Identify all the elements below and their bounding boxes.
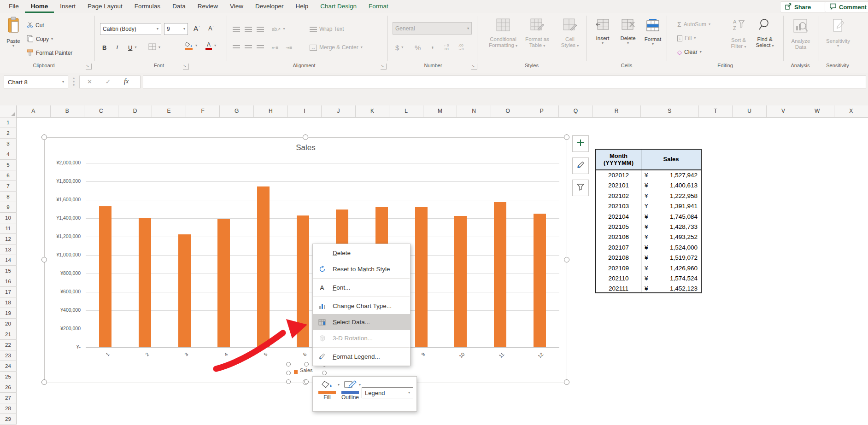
menu-item-3-d-rotation[interactable]: 3-D Rotation... [313,330,410,346]
row-header-11[interactable]: 11 [0,223,17,234]
decrease-font-size-button[interactable]: Aˇ [208,23,214,33]
tab-chart-design[interactable]: Chart Design [314,0,363,13]
row-header-21[interactable]: 21 [0,329,17,340]
sales-chart[interactable]: Sales ¥-¥200,000¥400,000¥600,000¥800,000… [44,137,567,383]
comma-style-button[interactable]: , [431,40,434,50]
row-header-1[interactable]: 1 [0,117,17,128]
column-header-T[interactable]: T [699,105,733,117]
row-header-16[interactable]: 16 [0,276,17,287]
tab-formulas[interactable]: Formulas [129,0,166,13]
clear-button[interactable]: ◇Clear▾ [677,47,702,57]
row-header-29[interactable]: 29 [0,414,17,425]
column-header-M[interactable]: M [423,105,457,117]
row-header-7[interactable]: 7 [0,181,17,192]
row-header-14[interactable]: 14 [0,255,17,266]
column-header-U[interactable]: U [733,105,767,117]
column-header-B[interactable]: B [51,105,85,117]
month-cell[interactable]: 202111 [596,284,641,294]
sales-cell[interactable]: 1,493,252 [670,232,698,242]
month-cell[interactable]: 202105 [596,222,641,232]
bar-12[interactable] [534,214,546,347]
align-bottom-button[interactable] [257,24,264,34]
table-row[interactable]: 202102¥1,222,958 [596,191,701,201]
percent-style-button[interactable]: % [415,42,421,52]
sales-cell[interactable]: 1,745,084 [670,212,698,222]
row-header-8[interactable]: 8 [0,192,17,202]
month-cell[interactable]: 202101 [596,180,641,191]
fill-button[interactable]: Fill [318,380,336,401]
row-header-15[interactable]: 15 [0,266,17,276]
orientation-button[interactable]: ab↗▾ [272,24,285,34]
table-row[interactable]: 202107¥1,524,000 [596,243,701,253]
tab-developer[interactable]: Developer [249,0,290,13]
chart-selection-handle[interactable] [41,257,47,262]
row-header-10[interactable]: 10 [0,213,17,223]
select-all-corner[interactable] [0,105,17,117]
sales-cell[interactable]: 1,524,000 [670,243,698,253]
chart-selection-handle[interactable] [303,134,308,140]
row-header-12[interactable]: 12 [0,234,17,245]
increase-decimal-button[interactable]: ←0.00 [443,42,449,52]
chart-elements-plus-button[interactable] [572,135,589,152]
font-size-combobox[interactable]: 9▾ [164,23,188,35]
fill-chevron-icon[interactable]: ▾ [338,383,340,387]
column-header-G[interactable]: G [220,105,254,117]
name-box[interactable]: Chart 8 ▾ [4,76,68,88]
sort-filter-button[interactable]: AZ Sort & Filter ▾ [726,18,751,49]
format-as-table-button[interactable]: Format as Table ▾ [521,18,554,48]
table-row[interactable]: 202101¥1,400,613 [596,180,701,191]
column-header-H[interactable]: H [254,105,288,117]
copy-button[interactable]: Copy ▾ [27,34,53,44]
increase-indent-button[interactable]: ⇥≡ [286,42,292,52]
row-header-3[interactable]: 3 [0,139,17,149]
row-header-19[interactable]: 19 [0,308,17,319]
column-header-W[interactable]: W [800,105,834,117]
menu-item-delete[interactable]: Delete [313,245,410,261]
legend-selection-handle[interactable] [304,379,309,384]
menu-item-reset-to-match-style[interactable]: Reset to Match Style [313,261,410,277]
table-header-row[interactable]: Month (YYYYMM) Sales [596,150,701,170]
chart-filters-funnel-button[interactable] [572,180,589,196]
month-cell[interactable]: 202107 [596,243,641,253]
legend-selection-handle[interactable] [322,371,327,375]
row-header-24[interactable]: 24 [0,361,17,372]
increase-font-size-button[interactable]: Aˆ [194,23,200,33]
comments-button[interactable]: Comment [825,1,868,12]
fill-down-button[interactable]: ↓Fill▾ [677,33,696,43]
sales-cell[interactable]: 1,527,942 [670,170,698,180]
cell-styles-button[interactable]: Cell Styles ▾ [555,18,585,48]
month-cell[interactable]: 202110 [596,274,641,284]
column-header-F[interactable]: F [186,105,220,117]
row-header-18[interactable]: 18 [0,297,17,308]
row-header-4[interactable]: 4 [0,149,17,160]
column-header-R[interactable]: R [593,105,641,117]
bar-2[interactable] [139,218,151,347]
outline-chevron-icon[interactable]: ▾ [359,383,361,387]
tab-data[interactable]: Data [166,0,192,13]
legend-selection-handle[interactable] [304,362,309,367]
sales-cell[interactable]: 1,222,958 [670,191,698,201]
chart-styles-brush-button[interactable] [572,157,589,174]
row-header-27[interactable]: 27 [0,393,17,403]
table-row[interactable]: 202106¥1,493,252 [596,232,701,242]
formula-bar-drag-handle[interactable]: ••• [73,77,75,87]
font-dialog-launcher-icon[interactable]: ↘ [183,64,189,70]
font-name-combobox[interactable]: Calibri (Body)▾ [100,23,161,35]
font-color-button[interactable]: A▾ [205,41,216,51]
row-header-9[interactable]: 9 [0,202,17,213]
table-row[interactable]: 202012¥1,527,942 [596,170,701,180]
table-row[interactable]: 202111¥1,452,123 [596,284,701,294]
conditional-formatting-button[interactable]: Conditional Formatting ▾ [487,18,520,48]
row-header-25[interactable]: 25 [0,372,17,382]
align-left-button[interactable] [233,42,240,52]
borders-button[interactable]: ▾ [148,42,160,52]
align-top-button[interactable] [233,24,240,34]
column-header-Q[interactable]: Q [559,105,593,117]
delete-cells-button[interactable]: Delete ▾ [616,18,640,45]
column-header-P[interactable]: P [525,105,559,117]
row-header-13[interactable]: 13 [0,245,17,255]
formula-bar-input[interactable] [143,76,866,88]
analyze-data-button[interactable]: Analyze Data [786,18,815,50]
column-header-L[interactable]: L [389,105,423,117]
month-cell[interactable]: 202108 [596,253,641,263]
